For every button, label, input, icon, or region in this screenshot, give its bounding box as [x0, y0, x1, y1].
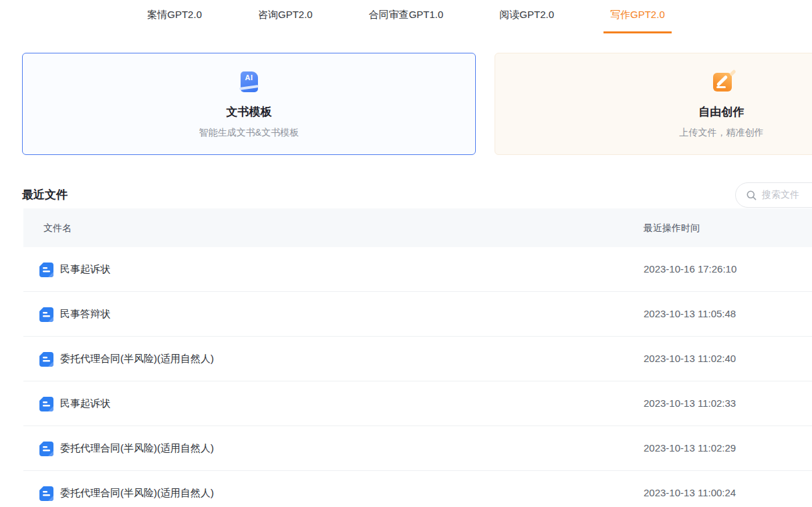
column-header-filename: 文件名 — [43, 208, 72, 247]
tab-consult-gpt[interactable]: 咨询GPT2.0 — [251, 7, 319, 33]
table-row[interactable]: 民事起诉状 2023-10-16 17:26:10 — [23, 247, 812, 292]
tab-case-gpt[interactable]: 案情GPT2.0 — [140, 7, 209, 33]
edit-square-icon — [711, 71, 732, 93]
mode-cards: AI 文书模板 智能生成文书&文书模板 自由创作 上传文件，精准创作 — [0, 53, 812, 155]
card-title: 自由创作 — [699, 104, 745, 120]
document-template-card[interactable]: AI 文书模板 智能生成文书&文书模板 — [22, 53, 476, 155]
file-name: 委托代理合同(半风险)(适用自然人) — [60, 471, 214, 507]
tab-writing-gpt[interactable]: 写作GPT2.0 — [603, 7, 672, 33]
table-row[interactable]: 民事答辩状 2023-10-13 11:05:48 — [23, 292, 812, 337]
file-time: 2023-10-16 17:26:10 — [644, 247, 736, 291]
blue-document-icon — [39, 486, 53, 501]
table-row[interactable]: 委托代理合同(半风险)(适用自然人) 2023-10-13 11:02:40 — [23, 337, 812, 381]
recent-files-title: 最近文件 — [22, 188, 67, 201]
file-time: 2023-10-13 11:02:29 — [644, 426, 736, 470]
search-placeholder: 搜索文件 — [762, 189, 799, 201]
file-time: 2023-10-13 11:05:48 — [644, 292, 736, 336]
free-writing-card[interactable]: 自由创作 上传文件，精准创作 — [495, 53, 812, 155]
blue-document-icon — [39, 263, 53, 277]
column-header-last-modified: 最近操作时间 — [644, 208, 700, 247]
blue-document-icon — [39, 352, 53, 367]
table-row[interactable]: 民事起诉状 2023-10-13 11:02:33 — [23, 381, 812, 426]
file-time: 2023-10-13 11:02:40 — [644, 337, 736, 381]
recent-files-table: 文件名 最近操作时间 民事起诉状 2023-10-16 17:26:10 民事答… — [23, 208, 812, 507]
table-row[interactable]: 委托代理合同(半风险)(适用自然人) 2023-10-13 11:02:29 — [23, 426, 812, 471]
table-header-row: 文件名 最近操作时间 — [23, 208, 812, 247]
card-title: 文书模板 — [227, 104, 272, 120]
card-subtitle: 智能生成文书&文书模板 — [199, 127, 299, 139]
file-time: 2023-10-13 11:00:24 — [644, 471, 736, 507]
file-name: 民事起诉状 — [60, 247, 110, 291]
card-subtitle: 上传文件，精准创作 — [680, 127, 764, 139]
search-icon — [747, 190, 757, 200]
file-name: 民事答辩状 — [60, 292, 110, 336]
blue-document-icon — [39, 397, 53, 411]
tab-contract-review-gpt[interactable]: 合同审查GPT1.0 — [362, 7, 450, 33]
tab-reading-gpt[interactable]: 阅读GPT2.0 — [493, 7, 561, 33]
gpt-tab-bar: 案情GPT2.0 咨询GPT2.0 合同审查GPT1.0 阅读GPT2.0 写作… — [0, 0, 812, 33]
file-name: 民事起诉状 — [60, 381, 110, 426]
blue-document-icon — [39, 307, 53, 322]
recent-files-header: 最近文件 搜索文件 — [22, 182, 812, 208]
file-name: 委托代理合同(半风险)(适用自然人) — [60, 337, 214, 381]
ai-document-icon: AI — [239, 71, 260, 93]
file-name: 委托代理合同(半风险)(适用自然人) — [60, 426, 214, 470]
table-row[interactable]: 委托代理合同(半风险)(适用自然人) 2023-10-13 11:00:24 — [23, 471, 812, 507]
search-input[interactable]: 搜索文件 — [735, 182, 812, 208]
blue-document-icon — [39, 442, 53, 456]
file-time: 2023-10-13 11:02:33 — [644, 381, 736, 426]
